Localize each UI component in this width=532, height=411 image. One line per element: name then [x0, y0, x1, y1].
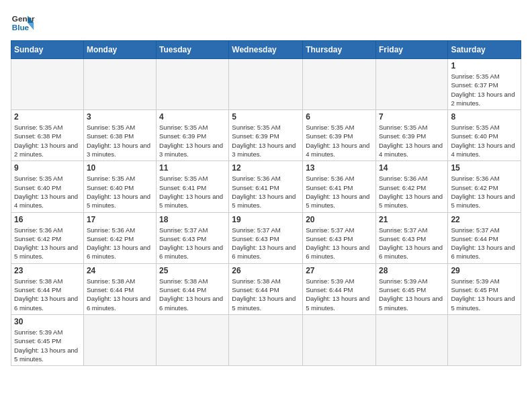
day-number: 21: [379, 215, 445, 224]
logo: General Blue: [11, 11, 35, 35]
calendar-cell: 11Sunrise: 5:35 AM Sunset: 6:41 PM Dayli…: [157, 161, 229, 212]
day-info: Sunrise: 5:35 AM Sunset: 6:39 PM Dayligh…: [159, 123, 226, 158]
day-number: 7: [379, 112, 445, 122]
day-number: 1: [451, 61, 518, 71]
calendar-cell: 9Sunrise: 5:35 AM Sunset: 6:40 PM Daylig…: [11, 161, 84, 212]
day-info: Sunrise: 5:35 AM Sunset: 6:39 PM Dayligh…: [379, 123, 445, 158]
day-number: 14: [379, 163, 445, 173]
calendar-cell: 30Sunrise: 5:39 AM Sunset: 6:45 PM Dayli…: [11, 314, 84, 365]
day-info: Sunrise: 5:39 AM Sunset: 6:45 PM Dayligh…: [379, 277, 445, 312]
day-info: Sunrise: 5:35 AM Sunset: 6:41 PM Dayligh…: [159, 174, 226, 210]
day-number: 10: [87, 163, 153, 173]
day-number: 22: [451, 215, 518, 224]
calendar-cell: [303, 59, 376, 110]
calendar-cell: 6Sunrise: 5:35 AM Sunset: 6:39 PM Daylig…: [303, 110, 376, 161]
day-info: Sunrise: 5:37 AM Sunset: 6:44 PM Dayligh…: [451, 226, 518, 261]
day-info: Sunrise: 5:38 AM Sunset: 6:44 PM Dayligh…: [87, 277, 153, 312]
day-info: Sunrise: 5:35 AM Sunset: 6:40 PM Dayligh…: [14, 174, 81, 210]
day-info: Sunrise: 5:36 AM Sunset: 6:42 PM Dayligh…: [379, 174, 445, 210]
calendar-cell: [375, 314, 447, 365]
calendar-cell: 26Sunrise: 5:38 AM Sunset: 6:44 PM Dayli…: [229, 263, 303, 314]
calendar-cell: [83, 59, 156, 110]
calendar-cell: [303, 314, 376, 365]
day-number: 2: [14, 112, 81, 122]
day-number: 20: [306, 215, 373, 224]
day-info: Sunrise: 5:39 AM Sunset: 6:45 PM Dayligh…: [451, 277, 518, 312]
calendar-cell: [157, 314, 229, 365]
day-info: Sunrise: 5:37 AM Sunset: 6:43 PM Dayligh…: [232, 226, 300, 261]
weekday-header-friday: Friday: [375, 41, 447, 59]
weekday-header-monday: Monday: [83, 41, 156, 59]
day-info: Sunrise: 5:35 AM Sunset: 6:40 PM Dayligh…: [451, 123, 518, 158]
day-number: 15: [451, 163, 518, 173]
day-number: 29: [451, 266, 518, 275]
day-info: Sunrise: 5:36 AM Sunset: 6:42 PM Dayligh…: [451, 174, 518, 210]
day-info: Sunrise: 5:36 AM Sunset: 6:42 PM Dayligh…: [14, 226, 81, 261]
day-number: 18: [159, 215, 226, 224]
calendar-cell: 3Sunrise: 5:35 AM Sunset: 6:38 PM Daylig…: [83, 110, 156, 161]
calendar-cell: [448, 314, 521, 365]
day-number: 17: [87, 215, 153, 224]
calendar-cell: [11, 59, 84, 110]
day-info: Sunrise: 5:35 AM Sunset: 6:40 PM Dayligh…: [87, 174, 153, 210]
day-number: 24: [87, 266, 153, 275]
calendar-cell: [83, 314, 156, 365]
day-info: Sunrise: 5:36 AM Sunset: 6:41 PM Dayligh…: [232, 174, 300, 210]
day-info: Sunrise: 5:38 AM Sunset: 6:44 PM Dayligh…: [14, 277, 81, 312]
calendar-cell: 21Sunrise: 5:37 AM Sunset: 6:43 PM Dayli…: [375, 212, 447, 263]
day-number: 4: [159, 112, 226, 122]
calendar-cell: [375, 59, 447, 110]
calendar-week-row: 1Sunrise: 5:35 AM Sunset: 6:37 PM Daylig…: [11, 59, 521, 110]
day-info: Sunrise: 5:39 AM Sunset: 6:44 PM Dayligh…: [306, 277, 373, 312]
weekday-header-tuesday: Tuesday: [157, 41, 229, 59]
calendar-cell: 27Sunrise: 5:39 AM Sunset: 6:44 PM Dayli…: [303, 263, 376, 314]
calendar-header-row: SundayMondayTuesdayWednesdayThursdayFrid…: [11, 41, 521, 59]
day-number: 11: [159, 163, 226, 173]
calendar-cell: 13Sunrise: 5:36 AM Sunset: 6:41 PM Dayli…: [303, 161, 376, 212]
calendar-week-row: 16Sunrise: 5:36 AM Sunset: 6:42 PM Dayli…: [11, 212, 521, 263]
weekday-header-saturday: Saturday: [448, 41, 521, 59]
day-info: Sunrise: 5:37 AM Sunset: 6:43 PM Dayligh…: [159, 226, 226, 261]
day-number: 5: [232, 112, 300, 122]
calendar-cell: 2Sunrise: 5:35 AM Sunset: 6:38 PM Daylig…: [11, 110, 84, 161]
weekday-header-sunday: Sunday: [11, 41, 84, 59]
calendar-cell: 12Sunrise: 5:36 AM Sunset: 6:41 PM Dayli…: [229, 161, 303, 212]
day-number: 13: [306, 163, 373, 173]
calendar-cell: 19Sunrise: 5:37 AM Sunset: 6:43 PM Dayli…: [229, 212, 303, 263]
day-info: Sunrise: 5:36 AM Sunset: 6:42 PM Dayligh…: [87, 226, 153, 261]
calendar-week-row: 9Sunrise: 5:35 AM Sunset: 6:40 PM Daylig…: [11, 161, 521, 212]
day-info: Sunrise: 5:35 AM Sunset: 6:37 PM Dayligh…: [451, 72, 518, 107]
day-number: 30: [14, 317, 81, 326]
calendar-cell: 14Sunrise: 5:36 AM Sunset: 6:42 PM Dayli…: [375, 161, 447, 212]
day-info: Sunrise: 5:39 AM Sunset: 6:45 PM Dayligh…: [14, 328, 81, 363]
weekday-header-thursday: Thursday: [303, 41, 376, 59]
weekday-header-wednesday: Wednesday: [229, 41, 303, 59]
calendar-cell: [157, 59, 229, 110]
day-number: 19: [232, 215, 300, 224]
calendar-cell: 10Sunrise: 5:35 AM Sunset: 6:40 PM Dayli…: [83, 161, 156, 212]
calendar-cell: 17Sunrise: 5:36 AM Sunset: 6:42 PM Dayli…: [83, 212, 156, 263]
calendar-cell: 22Sunrise: 5:37 AM Sunset: 6:44 PM Dayli…: [448, 212, 521, 263]
logo-icon: General Blue: [11, 11, 35, 35]
day-number: 27: [306, 266, 373, 275]
calendar-cell: 7Sunrise: 5:35 AM Sunset: 6:39 PM Daylig…: [375, 110, 447, 161]
day-info: Sunrise: 5:36 AM Sunset: 6:41 PM Dayligh…: [306, 174, 373, 210]
calendar-cell: [229, 314, 303, 365]
day-number: 26: [232, 266, 300, 275]
calendar-cell: 18Sunrise: 5:37 AM Sunset: 6:43 PM Dayli…: [157, 212, 229, 263]
calendar-cell: 16Sunrise: 5:36 AM Sunset: 6:42 PM Dayli…: [11, 212, 84, 263]
day-info: Sunrise: 5:38 AM Sunset: 6:44 PM Dayligh…: [159, 277, 226, 312]
day-number: 23: [14, 266, 81, 275]
day-number: 6: [306, 112, 373, 122]
svg-text:Blue: Blue: [12, 23, 30, 32]
calendar-cell: [229, 59, 303, 110]
calendar-cell: 4Sunrise: 5:35 AM Sunset: 6:39 PM Daylig…: [157, 110, 229, 161]
calendar-cell: 24Sunrise: 5:38 AM Sunset: 6:44 PM Dayli…: [83, 263, 156, 314]
calendar-cell: 29Sunrise: 5:39 AM Sunset: 6:45 PM Dayli…: [448, 263, 521, 314]
calendar-cell: 28Sunrise: 5:39 AM Sunset: 6:45 PM Dayli…: [375, 263, 447, 314]
day-info: Sunrise: 5:38 AM Sunset: 6:44 PM Dayligh…: [232, 277, 300, 312]
page-header: General Blue: [11, 11, 521, 35]
day-number: 3: [87, 112, 153, 122]
day-info: Sunrise: 5:37 AM Sunset: 6:43 PM Dayligh…: [306, 226, 373, 261]
calendar-week-row: 2Sunrise: 5:35 AM Sunset: 6:38 PM Daylig…: [11, 110, 521, 161]
